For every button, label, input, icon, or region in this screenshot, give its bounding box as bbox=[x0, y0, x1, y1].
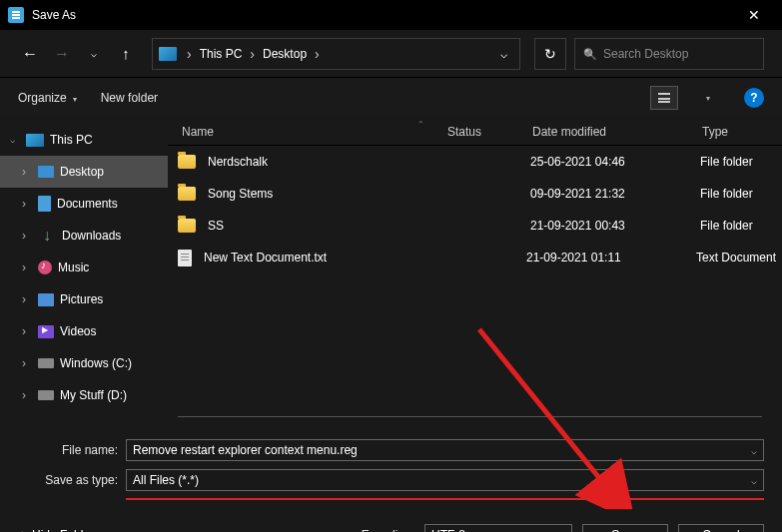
chevron-down-icon bbox=[73, 91, 77, 105]
recent-locations-button[interactable] bbox=[82, 42, 106, 66]
drive-icon bbox=[38, 358, 54, 368]
caret-icon[interactable] bbox=[22, 292, 32, 306]
path-segment-this-pc[interactable]: This PC bbox=[196, 47, 247, 61]
tree-item-this-pc[interactable]: This PC bbox=[0, 124, 168, 156]
pc-icon bbox=[26, 134, 44, 147]
title-bar: Save As ✕ bbox=[0, 0, 782, 30]
list-item[interactable]: Nerdschalk 25-06-2021 04:46 File folder bbox=[168, 146, 782, 178]
folder-icon bbox=[178, 219, 196, 233]
caret-icon[interactable] bbox=[22, 261, 32, 274]
filename-input[interactable]: Remove restart explorer context menu.reg bbox=[126, 439, 764, 461]
list-item[interactable]: Song Stems 09-09-2021 21:32 File folder bbox=[168, 178, 782, 210]
path-separator-icon bbox=[246, 46, 259, 62]
downloads-icon bbox=[38, 228, 56, 244]
path-dropdown-icon[interactable]: ⌵ bbox=[494, 47, 513, 61]
save-button[interactable]: Save bbox=[582, 524, 668, 532]
tree-item-drive-d[interactable]: My Stuff (D:) bbox=[0, 379, 168, 411]
caret-icon[interactable] bbox=[22, 165, 32, 179]
caret-icon[interactable] bbox=[22, 229, 32, 243]
tree-item-desktop[interactable]: Desktop bbox=[0, 156, 168, 188]
caret-up-icon bbox=[18, 528, 26, 532]
path-separator-icon bbox=[183, 46, 196, 62]
column-headers: Name Status Date modified Type bbox=[168, 118, 782, 146]
cancel-button[interactable]: Cancel bbox=[678, 524, 764, 532]
list-item[interactable]: New Text Document.txt 21-09-2021 01:11 T… bbox=[168, 242, 782, 273]
encoding-select[interactable]: UTF-8 bbox=[424, 524, 572, 532]
tree-item-pictures[interactable]: Pictures bbox=[0, 283, 168, 315]
tree-item-drive-c[interactable]: Windows (C:) bbox=[0, 347, 168, 379]
column-header-date[interactable]: Date modified bbox=[532, 125, 702, 139]
saveastype-select[interactable]: All Files (*.*) bbox=[126, 469, 764, 491]
chevron-down-icon[interactable] bbox=[751, 473, 757, 487]
horizontal-scrollbar[interactable] bbox=[178, 416, 762, 417]
caret-icon[interactable] bbox=[22, 356, 32, 370]
up-button[interactable] bbox=[114, 42, 138, 66]
tree-item-downloads[interactable]: Downloads bbox=[0, 220, 168, 252]
caret-icon[interactable] bbox=[22, 388, 32, 402]
documents-icon bbox=[38, 196, 51, 212]
toolbar: Organize New folder ▾ ? bbox=[0, 78, 782, 118]
column-header-type[interactable]: Type bbox=[702, 125, 782, 139]
videos-icon bbox=[38, 325, 54, 338]
caret-icon[interactable] bbox=[22, 324, 32, 338]
sort-indicator-icon: ⌃ bbox=[417, 120, 424, 129]
search-icon bbox=[583, 47, 603, 61]
path-segment-desktop[interactable]: Desktop bbox=[259, 47, 311, 61]
organize-button[interactable]: Organize bbox=[18, 91, 77, 105]
folder-icon bbox=[178, 187, 196, 201]
tree-item-documents[interactable]: Documents bbox=[0, 188, 168, 220]
list-item[interactable]: SS 21-09-2021 00:43 File folder bbox=[168, 210, 782, 242]
view-options-button[interactable] bbox=[650, 86, 678, 110]
search-input[interactable]: Search Desktop bbox=[574, 38, 764, 70]
bottom-panel: File name: Remove restart explorer conte… bbox=[0, 427, 782, 532]
tree-item-videos[interactable]: Videos bbox=[0, 315, 168, 347]
drive-icon bbox=[38, 390, 54, 400]
search-placeholder: Search Desktop bbox=[603, 47, 688, 61]
close-button[interactable]: ✕ bbox=[734, 0, 774, 30]
caret-icon[interactable] bbox=[22, 197, 32, 211]
navigation-tree: This PC Desktop Documents Downloads Musi… bbox=[0, 118, 168, 427]
filename-label: File name: bbox=[18, 443, 126, 457]
nav-bar: This PC Desktop ⌵ Search Desktop bbox=[0, 30, 782, 78]
saveastype-label: Save as type: bbox=[18, 473, 126, 487]
music-icon bbox=[38, 261, 52, 274]
column-header-status[interactable]: Status bbox=[447, 125, 532, 139]
encoding-label: Encoding: bbox=[362, 528, 414, 532]
back-button[interactable] bbox=[18, 42, 42, 66]
path-separator-icon bbox=[311, 46, 324, 62]
help-button[interactable]: ? bbox=[744, 88, 764, 108]
window-title: Save As bbox=[32, 8, 734, 22]
address-bar[interactable]: This PC Desktop ⌵ bbox=[152, 38, 520, 70]
caret-icon[interactable] bbox=[10, 135, 20, 145]
new-folder-button[interactable]: New folder bbox=[101, 91, 158, 105]
app-icon bbox=[8, 7, 24, 23]
chevron-down-icon[interactable] bbox=[751, 443, 757, 457]
text-file-icon bbox=[178, 250, 192, 266]
column-header-name[interactable]: Name bbox=[178, 125, 447, 139]
desktop-icon bbox=[38, 166, 54, 178]
annotation-underline bbox=[126, 498, 764, 500]
forward-button[interactable] bbox=[50, 42, 74, 66]
hide-folders-button[interactable]: Hide Folders bbox=[18, 528, 100, 532]
chevron-down-icon[interactable] bbox=[559, 528, 565, 532]
pictures-icon bbox=[38, 293, 54, 306]
chevron-down-icon[interactable]: ▾ bbox=[706, 94, 710, 103]
folder-icon bbox=[178, 155, 196, 169]
file-list: ⌃ Name Status Date modified Type Nerdsch… bbox=[168, 118, 782, 427]
pc-icon bbox=[159, 47, 177, 61]
tree-item-music[interactable]: Music bbox=[0, 252, 168, 283]
refresh-button[interactable] bbox=[534, 38, 566, 70]
